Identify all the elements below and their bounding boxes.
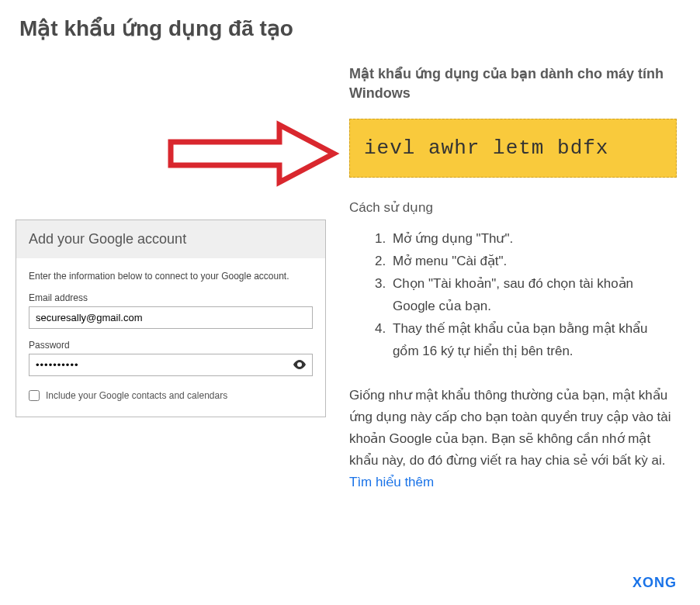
note-text: Giống như mật khẩu thông thường của bạn,…	[349, 388, 671, 468]
email-label: Email address	[29, 292, 313, 303]
form-header: Add your Google account	[16, 220, 325, 258]
left-column: Add your Google account Enter the inform…	[16, 64, 326, 417]
learn-more-link[interactable]: Tìm hiểu thêm	[349, 475, 434, 489]
howto-title: Cách sử dụng	[349, 199, 677, 216]
red-arrow-annotation	[163, 111, 341, 199]
page-title: Mật khẩu ứng dụng đã tạo	[19, 16, 684, 41]
main-container: Add your Google account Enter the inform…	[16, 64, 684, 493]
include-contacts-label: Include your Google contacts and calenda…	[46, 390, 227, 401]
google-account-form: Add your Google account Enter the inform…	[16, 220, 326, 417]
form-intro-text: Enter the information below to connect t…	[29, 271, 313, 282]
instructions-subtitle: Mật khẩu ứng dụng của bạn dành cho máy t…	[349, 64, 677, 103]
right-column: Mật khẩu ứng dụng của bạn dành cho máy t…	[341, 64, 684, 493]
email-field[interactable]	[29, 306, 313, 329]
svg-point-0	[299, 363, 301, 365]
form-body: Enter the information below to connect t…	[16, 258, 325, 417]
reveal-password-icon[interactable]	[293, 358, 307, 372]
step-item: Thay thế mật khẩu của bạn bằng mật khẩu …	[390, 318, 677, 363]
app-password-box: ievl awhr letm bdfx	[349, 119, 677, 178]
step-item: Chọn "Tài khoản", sau đó chọn tài khoản …	[390, 273, 677, 318]
done-button[interactable]: XONG	[632, 575, 677, 591]
steps-list: Mở ứng dụng "Thư". Mở menu "Cài đặt". Ch…	[390, 228, 677, 362]
password-label: Password	[29, 340, 313, 351]
password-field[interactable]	[29, 354, 313, 376]
security-note: Giống như mật khẩu thông thường của bạn,…	[349, 385, 677, 493]
step-item: Mở ứng dụng "Thư".	[390, 228, 677, 251]
include-contacts-checkbox[interactable]	[29, 390, 40, 401]
include-contacts-row[interactable]: Include your Google contacts and calenda…	[29, 390, 313, 401]
password-row	[29, 354, 313, 376]
step-item: Mở menu "Cài đặt".	[390, 251, 677, 273]
